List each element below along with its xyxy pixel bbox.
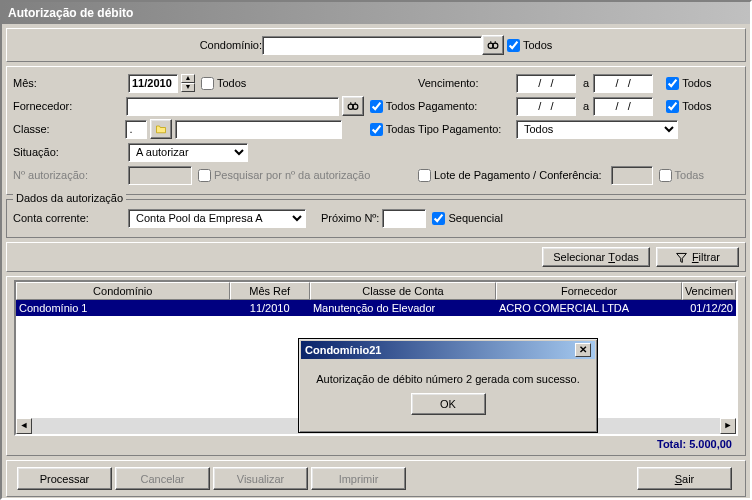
conta-corrente-select[interactable]: Conta Pool da Empresa A xyxy=(128,209,306,228)
vencimento-todos-checkbox[interactable] xyxy=(666,77,679,90)
a-label: a xyxy=(583,77,589,89)
sequencial-label: Sequencial xyxy=(448,212,502,224)
sequencial-checkbox[interactable] xyxy=(432,212,445,225)
condominio-todos-checkbox[interactable] xyxy=(507,39,520,52)
col-vencimento[interactable]: Vencimen xyxy=(682,282,736,300)
vencimento-ate-input[interactable] xyxy=(593,74,653,93)
ok-button[interactable]: OK xyxy=(411,393,486,415)
dialog-title: Condomínio21 xyxy=(305,341,381,359)
fornecedor-search-button[interactable] xyxy=(342,96,364,116)
imprimir-button: Imprimir xyxy=(311,467,406,490)
filters-panel: Mês: ▲▼ Todos Fornecedor: Todos Classe: xyxy=(6,66,746,195)
lote-label: Lote de Pagamento / Conferência: xyxy=(434,169,602,181)
bottom-bar: Processar Cancelar Visualizar Imprimir S… xyxy=(6,460,746,497)
classe-todas-checkbox[interactable] xyxy=(370,123,383,136)
cancelar-button: Cancelar xyxy=(115,467,210,490)
scroll-right-arrow[interactable]: ► xyxy=(720,418,736,434)
tipopagamento-select[interactable]: Todos xyxy=(516,120,678,139)
condominio-label: Condomínio: xyxy=(200,39,262,51)
proximo-n-input[interactable] xyxy=(382,209,426,228)
dialog-body: Autorização de débito número 2 gerada co… xyxy=(299,361,597,421)
lote-todas-label: Todas xyxy=(675,169,704,181)
nauth-input xyxy=(128,166,192,185)
condominio-todos-label: Todos xyxy=(523,39,552,51)
classe-todas-label: Todas xyxy=(386,123,415,135)
conta-corrente-label: Conta corrente: xyxy=(13,212,125,224)
a-label-2: a xyxy=(583,100,589,112)
tipopagamento-label: Tipo Pagamento: xyxy=(418,123,513,135)
pagamento-todos-label: Todos xyxy=(682,100,711,112)
lote-checkbox[interactable] xyxy=(418,169,431,182)
visualizar-button: Visualizar xyxy=(213,467,308,490)
grid-header: Condomínio Mês Ref Classe de Conta Forne… xyxy=(16,282,736,300)
filtrar-button[interactable]: Filtrar xyxy=(656,247,739,267)
proximo-n-label: Próximo Nº: xyxy=(321,212,379,224)
funnel-icon xyxy=(675,251,688,264)
col-mesref[interactable]: Mês Ref xyxy=(230,282,310,300)
actions-panel: Selecionar Todas Filtrar xyxy=(6,242,746,272)
col-classe[interactable]: Classe de Conta xyxy=(310,282,496,300)
pagamento-de-input[interactable] xyxy=(516,97,576,116)
classe-text-input[interactable] xyxy=(175,120,341,139)
vencimento-todos-label: Todos xyxy=(682,77,711,89)
lote-input xyxy=(611,166,653,185)
total-line: Total: 5.000,00 xyxy=(10,436,742,452)
situacao-select[interactable]: A autorizar xyxy=(128,143,248,162)
nauth-search-checkbox[interactable] xyxy=(198,169,211,182)
col-fornecedor[interactable]: Fornecedor xyxy=(496,282,682,300)
auth-fieldset: Dados da autorização Conta corrente: Con… xyxy=(6,199,746,238)
scroll-left-arrow[interactable]: ◄ xyxy=(16,418,32,434)
condominio-search-button[interactable] xyxy=(482,35,504,55)
classe-code-input[interactable] xyxy=(125,120,147,139)
classe-label: Classe: xyxy=(13,123,122,135)
success-dialog: Condomínio21 ✕ Autorização de débito núm… xyxy=(298,338,598,433)
mes-label: Mês: xyxy=(13,77,125,89)
classe-folder-button[interactable] xyxy=(150,119,172,139)
pagamento-label: Pagamento: xyxy=(418,100,513,112)
col-condominio[interactable]: Condomínio xyxy=(16,282,230,300)
mes-input[interactable] xyxy=(128,74,178,93)
pagamento-todos-checkbox[interactable] xyxy=(666,100,679,113)
auth-legend: Dados da autorização xyxy=(13,192,126,204)
top-panel: Condomínio: Todos xyxy=(6,28,746,62)
binoculars-icon xyxy=(487,37,499,53)
sair-button[interactable]: Sair xyxy=(637,467,732,490)
fornecedor-input[interactable] xyxy=(126,97,339,116)
selecionar-todas-button[interactable]: Selecionar Todas xyxy=(542,247,650,267)
situacao-label: Situação: xyxy=(13,146,125,158)
condominio-input[interactable] xyxy=(262,36,482,55)
fornecedor-todos-label: Todos xyxy=(386,100,415,112)
nauth-search-label: Pesquisar por nº da autorização xyxy=(214,169,370,181)
binoculars-icon xyxy=(347,98,359,114)
window-title: Autorização de débito xyxy=(8,6,133,20)
mes-todos-label: Todos xyxy=(217,77,246,89)
lote-todas-checkbox[interactable] xyxy=(659,169,672,182)
table-row[interactable]: Condomínio 1 11/2010 Manutenção do Eleva… xyxy=(16,300,736,316)
dialog-titlebar[interactable]: Condomínio21 ✕ xyxy=(301,341,595,359)
mes-spinner[interactable]: ▲▼ xyxy=(181,74,195,93)
nauth-label: Nº autorização: xyxy=(13,169,125,181)
dialog-message: Autorização de débito número 2 gerada co… xyxy=(316,373,580,385)
vencimento-de-input[interactable] xyxy=(516,74,576,93)
vencimento-label: Vencimento: xyxy=(418,77,513,89)
processar-button[interactable]: Processar xyxy=(17,467,112,490)
mes-todos-checkbox[interactable] xyxy=(201,77,214,90)
close-icon[interactable]: ✕ xyxy=(575,343,591,357)
pagamento-ate-input[interactable] xyxy=(593,97,653,116)
fornecedor-todos-checkbox[interactable] xyxy=(370,100,383,113)
window-titlebar: Autorização de débito xyxy=(2,2,750,24)
folder-icon xyxy=(155,121,167,137)
fornecedor-label: Fornecedor: xyxy=(13,100,123,112)
